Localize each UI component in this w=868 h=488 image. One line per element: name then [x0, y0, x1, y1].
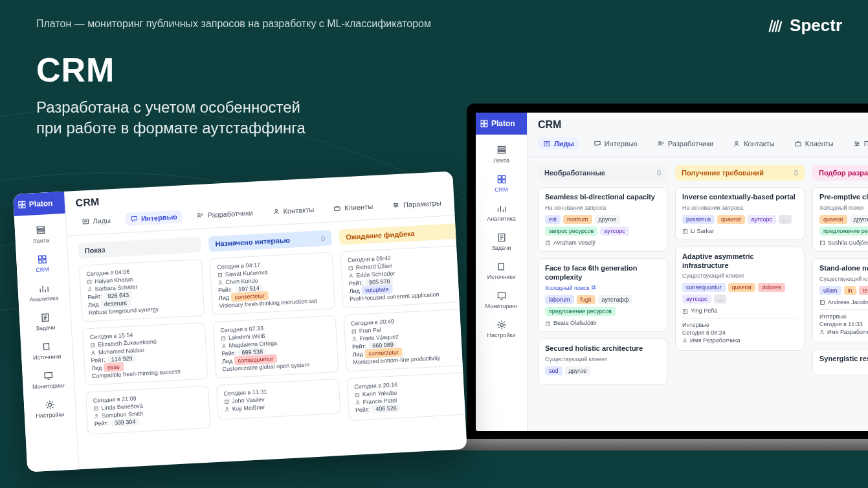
laptop-mockup: PlatonЛентаCRMАналитикаЗадачиИсточникиМо…	[447, 104, 868, 466]
tag: ...	[779, 215, 792, 224]
tab-Лиды[interactable]: Лиды	[76, 214, 117, 228]
card-subtitle: Существующий клиент	[682, 272, 797, 279]
gear-icon	[44, 399, 55, 410]
kanban-board: Показ Сегодня в 04:06 Haiyan Khatun Barb…	[67, 216, 466, 449]
tab-Лиды[interactable]: Лиды	[538, 137, 579, 150]
sidebar-item-CRM[interactable]: CRM	[476, 169, 527, 198]
lead-card[interactable]: Adaptive asymmetric infrastructure Сущес…	[675, 247, 805, 351]
svg-rect-36	[37, 232, 44, 234]
sidebar-item-Аналитика[interactable]: Аналитика	[476, 198, 527, 227]
sidebar-label: Мониторинг	[32, 382, 65, 390]
lead-card[interactable]: Inverse contextually-based portal На осн…	[675, 187, 805, 240]
tab-Клиенты[interactable]: Клиенты	[328, 200, 379, 216]
tag: ullam	[819, 286, 841, 295]
svg-point-57	[96, 414, 98, 416]
tab-Интервью[interactable]: Интервью	[124, 210, 183, 226]
list-icon	[543, 140, 551, 148]
lead-card[interactable]: Stand-alone next ge task-force Существую…	[812, 258, 868, 342]
svg-point-46	[201, 214, 203, 216]
svg-rect-4	[498, 146, 505, 148]
interview-card[interactable]: Сегодня в 15:54 Elizabeth Žukauskienė Mo…	[82, 322, 208, 386]
tag: предложение ресурсов	[545, 307, 616, 316]
svg-rect-40	[43, 260, 46, 263]
svg-rect-7	[498, 175, 501, 179]
svg-point-45	[198, 213, 201, 216]
grid-icon	[480, 119, 489, 128]
svg-rect-42	[44, 372, 52, 378]
interview-card[interactable]: Сегодня в 11:31 John Vasilev Koji Meißne…	[216, 379, 341, 420]
tag: quaerat	[728, 283, 756, 292]
sidebar-item-Задачи[interactable]: Задачи	[476, 227, 527, 256]
sidebar-item-Лента[interactable]: Лента	[476, 140, 527, 169]
tag: аутстафф	[598, 295, 633, 304]
tag: запрос ресурсов	[545, 227, 597, 236]
card-subtitle: Холодный поиск ⧉	[545, 284, 660, 291]
svg-point-17	[735, 141, 738, 144]
chat-icon	[594, 140, 601, 148]
lead-card[interactable]: Seamless bi-directional capacity На осно…	[538, 187, 667, 252]
svg-rect-10	[502, 180, 505, 183]
interview-card[interactable]: Сегодня в 04:06 Haiyan Khatun Barbara Sc…	[79, 259, 205, 322]
svg-rect-3	[485, 124, 487, 127]
interview-card[interactable]: Сегодня в 07:33 Lakshmi Weiß Magdalena O…	[213, 315, 339, 379]
card-title: Synergistic respon	[819, 355, 868, 364]
main-area: CRM ЛидыИнтервьюРазработчикиКонтактыКлие…	[528, 113, 868, 431]
svg-rect-30	[19, 201, 21, 204]
sidebar-item-Задачи[interactable]: Задачи	[19, 306, 71, 338]
card-owner: Ying Peña	[682, 307, 797, 314]
doc-icon	[496, 232, 507, 243]
sidebar-item-Мониторинг[interactable]: Мониторинг	[22, 364, 74, 395]
sidebar-item-Настройки[interactable]: Настройки	[476, 315, 527, 344]
svg-point-43	[48, 403, 51, 406]
tab-Контакты[interactable]: Контакты	[267, 203, 319, 218]
sidebar-label: Источники	[33, 353, 61, 360]
book-icon	[41, 341, 52, 352]
sidebar-item-Настройки[interactable]: Настройки	[23, 393, 76, 425]
doc-icon	[39, 312, 50, 323]
svg-rect-62	[225, 400, 228, 404]
sidebar-item-Мониторинг[interactable]: Мониторинг	[476, 285, 527, 315]
kanban-column: Назначено интервью0 Сегодня в 04:17 Sawa…	[208, 230, 342, 434]
lead-card[interactable]: Synergistic respon	[812, 349, 868, 376]
sidebar-item-Источники[interactable]: Источники	[476, 256, 527, 285]
interview-card[interactable]: Сегодня в 09:42 Richard Ŭžien Edda Schrö…	[340, 245, 465, 309]
tag: est	[545, 215, 561, 224]
svg-rect-37	[38, 256, 41, 259]
lead-card[interactable]: Secured holistic architecture Существующ…	[538, 338, 667, 385]
svg-rect-48	[335, 207, 340, 211]
users-icon	[657, 140, 665, 148]
tab-Разработчики[interactable]: Разработчики	[191, 206, 258, 222]
tab-Контакты[interactable]: Контакты	[728, 137, 780, 150]
interview-card[interactable]: Сегодня в 04:17 Sawat Kučerová Chen Kond…	[210, 252, 335, 315]
lead-card[interactable]: Pre-emptive clear-t groupware Холодный п…	[812, 187, 868, 252]
sliders-icon	[392, 201, 401, 210]
interview-card[interactable]: Сегодня в 20:16 Karin Yakubu Francis Pat…	[347, 372, 466, 421]
sidebar-item-Источники[interactable]: Источники	[21, 335, 73, 367]
kanban-board: Необработанные0 Seamless bi-directional …	[528, 157, 868, 399]
tab-Клиенты[interactable]: Клиенты	[789, 137, 839, 150]
grid-icon	[496, 174, 507, 184]
sidebar-item-Лента[interactable]: Лента	[14, 219, 67, 250]
interview-card[interactable]: Сегодня в 20:49 Fran Pal Frank Vásquez Р…	[343, 309, 465, 372]
svg-rect-33	[23, 205, 25, 208]
tag: предложение ресур	[819, 227, 868, 236]
chart-icon	[496, 203, 507, 214]
card-title: Stand-alone next ge task-force	[819, 264, 868, 273]
tag: fugit	[577, 295, 595, 304]
lead-card[interactable]: Face to face 6th generation complexity Х…	[538, 258, 667, 333]
tab-Параметры[interactable]: Параметры	[387, 196, 447, 212]
grid-icon	[36, 254, 47, 265]
svg-point-53	[89, 287, 91, 289]
tab-Разработчики[interactable]: Разработчики	[652, 137, 718, 150]
card-title: Seamless bi-directional capacity	[545, 193, 660, 202]
interview-card[interactable]: Сегодня в 21:09 Linda Benešová Somphon S…	[85, 386, 210, 435]
sidebar-item-CRM[interactable]: CRM	[16, 248, 69, 280]
sidebar-label: Задачи	[36, 324, 56, 332]
svg-point-65	[350, 274, 352, 276]
tab-Параметры[interactable]: Параметры	[848, 137, 868, 150]
sidebar-item-Аналитика[interactable]: Аналитика	[17, 277, 70, 309]
tab-Интервью[interactable]: Интервью	[588, 137, 643, 150]
svg-point-13	[500, 324, 503, 327]
sliders-icon	[853, 140, 861, 148]
feed-icon	[35, 225, 46, 236]
